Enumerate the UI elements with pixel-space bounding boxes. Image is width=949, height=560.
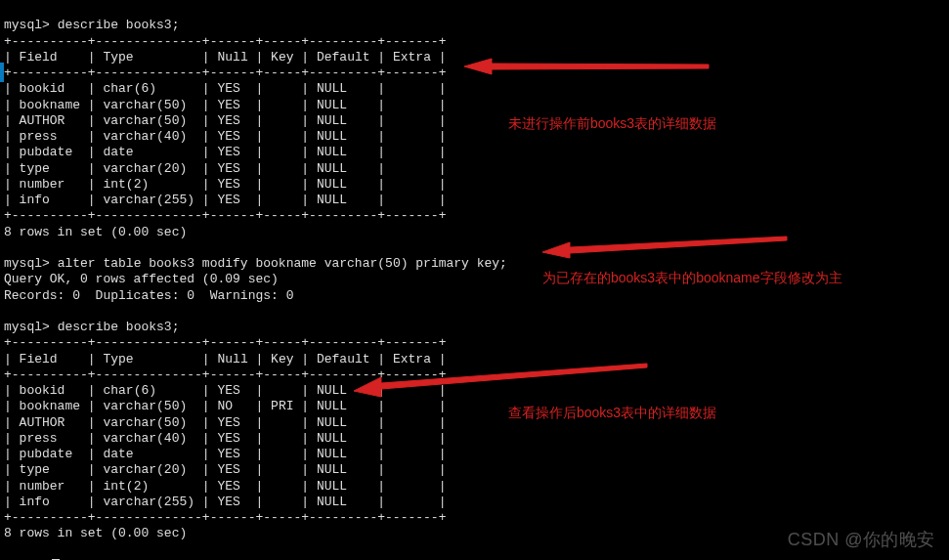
table-row: | info | varchar(255) | YES | | NULL | |	[4, 193, 447, 207]
table-row: | bookname | varchar(50) | YES | | NULL …	[4, 98, 447, 112]
table-row: | press | varchar(40) | YES | | NULL | |	[4, 129, 447, 144]
annotation-text-2: 为已存在的books3表中的bookname字段修改为主	[542, 270, 842, 287]
command-describe-1: describe books3;	[58, 18, 180, 32]
table-row: | press | varchar(40) | YES | | NULL | |	[4, 431, 447, 446]
alter-result-line1: Query OK, 0 rows affected (0.09 sec)	[4, 272, 279, 286]
prompt: mysql>	[4, 320, 50, 334]
svg-marker-0	[464, 59, 709, 74]
table-row: | pubdate | date | YES | | NULL | |	[4, 447, 447, 461]
table-border: +----------+--------------+------+-----+…	[4, 34, 446, 49]
table-row: | AUTHOR | varchar(50) | YES | | NULL | …	[4, 113, 447, 128]
table-row: | type | varchar(20) | YES | | NULL | |	[4, 161, 447, 176]
table-row: | info | varchar(255) | YES | | NULL | |	[4, 495, 447, 509]
table-row: | number | int(2) | YES | | NULL | |	[4, 177, 447, 192]
table-border: +----------+--------------+------+-----+…	[4, 510, 446, 525]
result-summary: 8 rows in set (0.00 sec)	[4, 225, 187, 239]
annotation-arrow-2	[542, 233, 787, 258]
table-row: | number | int(2) | YES | | NULL | |	[4, 479, 447, 494]
result-summary: 8 rows in set (0.00 sec)	[4, 526, 187, 540]
command-describe-2: describe books3;	[58, 320, 180, 334]
command-alter: alter table books3 modify bookname varch…	[58, 256, 507, 271]
prompt: mysql>	[4, 18, 50, 32]
table-row: | AUTHOR | varchar(50) | YES | | NULL | …	[4, 415, 447, 430]
table-border: +----------+--------------+------+-----+…	[4, 65, 446, 80]
annotation-arrow-3	[354, 362, 647, 410]
annotation-text-3: 查看操作后books3表中的详细数据	[508, 405, 716, 422]
annotation-text-1: 未进行操作前books3表的详细数据	[508, 115, 716, 133]
table-row: | type | varchar(20) | YES | | NULL | |	[4, 462, 447, 477]
annotation-arrow-1	[464, 57, 709, 76]
table-row: | bookid | char(6) | YES | | NULL | |	[4, 81, 447, 96]
selection-highlight	[0, 63, 4, 82]
alter-result-line2: Records: 0 Duplicates: 0 Warnings: 0	[4, 288, 293, 303]
prompt: mysql>	[4, 256, 50, 271]
table-border: +----------+--------------+------+-----+…	[4, 208, 446, 223]
table-header-row: | Field | Type | Null | Key | Default | …	[4, 50, 447, 65]
svg-marker-1	[542, 237, 787, 258]
table-border: +----------+--------------+------+-----+…	[4, 335, 446, 350]
table-row: | pubdate | date | YES | | NULL | |	[4, 145, 447, 159]
svg-marker-2	[354, 364, 647, 397]
